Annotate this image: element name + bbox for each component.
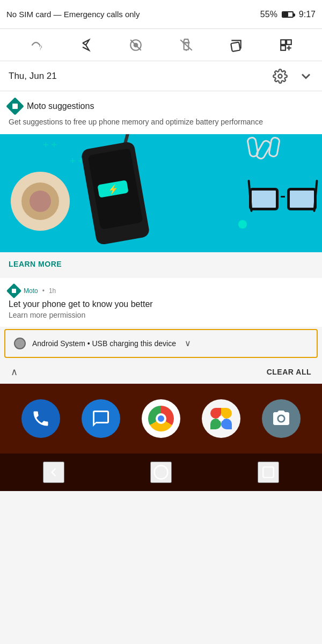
collapse-arrow[interactable]: ∧ xyxy=(11,366,18,378)
clear-all-button[interactable]: CLEAR ALL xyxy=(267,368,311,376)
navigation-bar xyxy=(0,453,322,491)
dnd-icon[interactable] xyxy=(127,36,144,54)
dock-messages-icon[interactable] xyxy=(82,399,120,438)
moto-suggestions-title: Moto suggestions xyxy=(27,101,94,111)
moto-suggestions-header: Moto suggestions xyxy=(0,91,322,117)
dock-chrome-icon[interactable] xyxy=(142,399,180,438)
notif-title: Let your phone get to know you better xyxy=(9,299,313,309)
android-system-arrow[interactable]: ∨ xyxy=(185,338,191,348)
notif-time: 1h xyxy=(49,287,56,295)
nav-recents-button[interactable] xyxy=(258,462,279,483)
chrome-inner xyxy=(156,413,166,424)
quick-settings-bar[interactable]: Thu, Jun 21 xyxy=(0,61,322,91)
notification-panel: Moto suggestions Get suggestions to free… xyxy=(0,91,322,384)
notif-app-name: Moto xyxy=(24,287,38,295)
svg-line-1 xyxy=(83,43,86,45)
notif-body: Learn more permission xyxy=(9,311,313,319)
svg-text:?: ? xyxy=(39,44,42,50)
battery-icon xyxy=(282,11,294,18)
moto-suggestions-card: Moto suggestions Get suggestions to free… xyxy=(0,91,322,276)
add-tile-icon[interactable] xyxy=(277,36,295,54)
svg-rect-12 xyxy=(281,46,286,50)
svg-point-15 xyxy=(279,74,282,78)
recents-icon xyxy=(261,465,275,479)
system-icons-row: ? xyxy=(0,29,322,61)
svg-rect-10 xyxy=(281,40,286,45)
svg-rect-17 xyxy=(263,467,274,478)
android-system-icon xyxy=(14,338,26,349)
status-bar: No SIM card — Emergency calls only 55% 9… xyxy=(0,0,322,29)
app-dock xyxy=(0,384,322,453)
flashlight-icon[interactable] xyxy=(178,36,195,54)
wifi-question-icon[interactable]: ? xyxy=(27,36,45,54)
clock: 9:17 xyxy=(299,10,316,19)
dock-photos-icon[interactable] xyxy=(202,399,240,438)
svg-rect-9 xyxy=(231,42,240,52)
svg-rect-11 xyxy=(287,40,291,45)
rotate-icon[interactable] xyxy=(228,36,245,54)
back-icon xyxy=(46,465,61,480)
qs-action-icons xyxy=(273,69,313,84)
dock-camera-icon[interactable] xyxy=(262,399,301,438)
status-right: 55% 9:17 xyxy=(260,10,316,19)
sim-status: No SIM card — Emergency calls only xyxy=(6,10,140,19)
bluetooth-icon[interactable] xyxy=(77,36,94,54)
learn-more-button[interactable]: LEARN MORE xyxy=(0,252,322,276)
notif-app-header: Moto • 1h xyxy=(9,286,313,296)
moto-notification-card: Moto • 1h Let your phone get to know you… xyxy=(0,278,322,327)
settings-icon[interactable] xyxy=(273,69,288,84)
android-system-text: Android System • USB charging this devic… xyxy=(32,339,176,348)
chrome-ring xyxy=(148,406,174,431)
promo-image: ⚡ + + + + + xyxy=(0,134,322,252)
moto-notif-icon xyxy=(9,286,19,296)
notif-separator: • xyxy=(42,287,45,295)
chevron-down-icon[interactable] xyxy=(298,69,313,84)
battery-percent: 55% xyxy=(260,10,277,19)
svg-point-16 xyxy=(155,465,168,479)
collapse-bar: ∧ CLEAR ALL xyxy=(0,360,322,384)
moto-suggestions-desc: Get suggestions to free up phone memory … xyxy=(0,117,322,134)
nav-back-button[interactable] xyxy=(43,462,64,483)
date-display: Thu, Jun 21 xyxy=(9,71,273,82)
svg-line-8 xyxy=(180,40,192,50)
dock-phone-icon[interactable] xyxy=(21,399,60,438)
nav-home-button[interactable] xyxy=(150,462,172,483)
moto-icon xyxy=(9,100,21,113)
photos-pinwheel xyxy=(208,406,234,431)
android-system-notification[interactable]: Android System • USB charging this devic… xyxy=(4,329,318,358)
home-icon xyxy=(153,464,169,480)
